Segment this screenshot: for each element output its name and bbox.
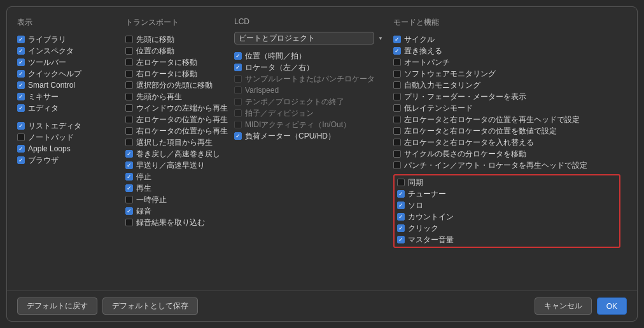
checkbox[interactable] [397, 224, 405, 232]
list-item[interactable]: ソロ [397, 200, 617, 211]
list-item[interactable]: 巻き戻し／高速巻き戻し [125, 148, 228, 160]
checkbox[interactable] [125, 81, 133, 89]
checkbox[interactable] [393, 70, 401, 78]
list-item[interactable]: 先頭に移動 [125, 34, 228, 45]
list-item[interactable]: 拍子／ディビジョン [234, 107, 387, 119]
checkbox[interactable] [397, 179, 405, 186]
list-item[interactable]: ノートパッド [17, 132, 119, 143]
list-item[interactable]: パンチ・イン／アウト・ロケータを再生ヘッドで設定 [393, 160, 620, 171]
checkbox[interactable] [125, 70, 133, 78]
list-item[interactable]: ライブラリ [17, 34, 119, 45]
list-item[interactable]: ソフトウェアモニタリング [393, 68, 620, 79]
list-item[interactable]: 右ロケータに移動 [125, 68, 228, 79]
list-item[interactable]: 同期 [397, 177, 617, 188]
cancel-button[interactable]: キャンセル [535, 297, 592, 315]
checkbox[interactable] [234, 86, 242, 94]
list-item[interactable]: マスター音量 [397, 234, 617, 245]
checkbox[interactable] [17, 156, 25, 164]
list-item[interactable]: 置き換える [393, 45, 620, 57]
list-item[interactable]: 位置（時間／拍） [234, 50, 387, 62]
list-item[interactable]: カウントイン [397, 211, 617, 222]
list-item[interactable]: 一時停止 [125, 194, 228, 205]
list-item[interactable]: 自動入力モニタリング [393, 79, 620, 91]
checkbox[interactable] [393, 93, 401, 100]
checkbox[interactable] [125, 139, 133, 146]
list-item[interactable]: エディタ [17, 102, 119, 114]
checkbox[interactable] [125, 184, 133, 192]
lcd-dropdown[interactable]: ビートとプロジェクト カスタム タイム [234, 32, 374, 44]
checkbox[interactable] [393, 139, 401, 146]
checkbox[interactable] [393, 127, 401, 135]
checkbox[interactable] [17, 133, 25, 141]
ok-button[interactable]: OK [597, 297, 627, 315]
list-item[interactable]: テンポ／プロジェクトの終了 [234, 96, 387, 107]
checkbox[interactable] [17, 47, 25, 55]
checkbox[interactable] [17, 81, 25, 89]
checkbox[interactable] [234, 121, 242, 128]
checkbox[interactable] [125, 36, 133, 43]
save-default-button[interactable]: デフォルトとして保存 [102, 297, 198, 315]
list-item[interactable]: 先頭から再生 [125, 91, 228, 102]
checkbox[interactable] [234, 64, 242, 71]
checkbox[interactable] [125, 47, 133, 55]
list-item[interactable]: 停止 [125, 171, 228, 182]
checkbox[interactable] [125, 127, 133, 135]
checkbox[interactable] [125, 104, 133, 112]
list-item[interactable]: ロケータ（左／右） [234, 62, 387, 73]
list-item[interactable]: Apple Loops [17, 143, 119, 154]
list-item[interactable]: チューナー [397, 188, 617, 200]
checkbox[interactable] [125, 116, 133, 123]
checkbox[interactable] [125, 207, 133, 215]
checkbox[interactable] [234, 75, 242, 83]
list-item[interactable]: プリ・フェーダー・メーターを表示 [393, 91, 620, 102]
list-item[interactable]: インスペクタ [17, 45, 119, 57]
list-item[interactable]: Smart Control [17, 79, 119, 91]
list-item[interactable]: 左ロケータと右ロケータを入れ替える [393, 137, 620, 148]
checkbox[interactable] [17, 104, 25, 112]
checkbox[interactable] [393, 150, 401, 158]
list-item[interactable]: 再生 [125, 182, 228, 194]
list-item[interactable]: ウインドウの左端から再生 [125, 102, 228, 114]
checkbox[interactable] [234, 132, 242, 140]
checkbox[interactable] [125, 173, 133, 181]
checkbox[interactable] [125, 196, 133, 203]
list-item[interactable]: 録音 [125, 205, 228, 217]
list-item[interactable]: ブラウザ [17, 154, 119, 166]
list-item[interactable]: クリック [397, 222, 617, 234]
list-item[interactable]: 低レイテンシモード [393, 102, 620, 114]
list-item[interactable]: 左ロケータと右ロケータの位置を再生ヘッドで設定 [393, 114, 620, 125]
list-item[interactable]: MIDIアクティビティ（In/Out） [234, 119, 387, 130]
list-item[interactable]: 右ロケータの位置から再生 [125, 125, 228, 137]
list-item[interactable]: Varispeed [234, 85, 387, 96]
lcd-dropdown-wrapper[interactable]: ビートとプロジェクト カスタム タイム [234, 32, 387, 44]
checkbox[interactable] [397, 190, 405, 198]
checkbox[interactable] [393, 161, 401, 169]
checkbox[interactable] [393, 81, 401, 89]
checkbox[interactable] [125, 93, 133, 100]
list-item[interactable]: 位置の移動 [125, 45, 228, 57]
list-item[interactable]: 早送り／高速早送り [125, 160, 228, 171]
list-item[interactable]: クイックヘルプ [17, 68, 119, 79]
checkbox[interactable] [393, 36, 401, 43]
checkbox[interactable] [393, 47, 401, 55]
checkbox[interactable] [397, 202, 405, 209]
checkbox[interactable] [393, 104, 401, 112]
checkbox[interactable] [397, 213, 405, 221]
checkbox[interactable] [125, 161, 133, 169]
checkbox[interactable] [17, 36, 25, 43]
list-item[interactable]: 左ロケータと右ロケータの位置を数値で設定 [393, 125, 620, 137]
checkbox[interactable] [125, 219, 133, 226]
list-item[interactable]: サイクル [393, 34, 620, 45]
checkbox[interactable] [17, 70, 25, 78]
checkbox[interactable] [234, 109, 242, 117]
checkbox[interactable] [17, 122, 25, 130]
list-item[interactable]: ミキサー [17, 91, 119, 102]
list-item[interactable]: サンプルレートまたはパンチロケータ [234, 73, 387, 85]
default-button[interactable]: デフォルトに戻す [17, 297, 97, 315]
checkbox[interactable] [393, 58, 401, 66]
checkbox[interactable] [125, 58, 133, 66]
list-item[interactable]: リストエディタ [17, 120, 119, 132]
list-item[interactable]: ツールバー [17, 57, 119, 68]
list-item[interactable]: オートパンチ [393, 57, 620, 68]
checkbox[interactable] [17, 58, 25, 66]
